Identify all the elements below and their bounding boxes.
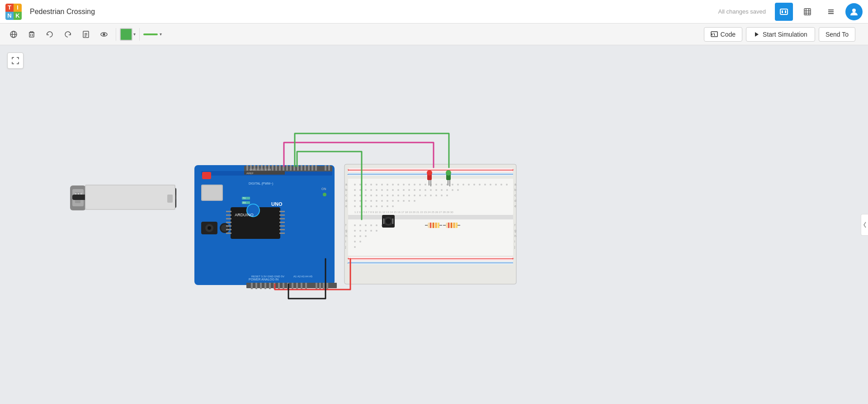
svg-point-234 (376, 200, 377, 202)
component-color-swatch[interactable] (120, 28, 132, 41)
svg-point-168 (381, 184, 383, 185)
save-status: All changes saved (718, 8, 766, 15)
logo-n: N (5, 12, 14, 20)
svg-point-188 (490, 184, 491, 185)
svg-point-263 (359, 235, 361, 237)
component-color-dropdown-arrow[interactable]: ▾ (133, 32, 136, 37)
svg-rect-286 (438, 223, 439, 228)
wire-color-dropdown-arrow[interactable]: ▾ (160, 32, 162, 37)
svg-rect-101 (269, 283, 271, 289)
svg-point-258 (359, 230, 361, 232)
svg-point-206 (430, 189, 432, 191)
svg-rect-275 (429, 180, 429, 185)
component-color-picker[interactable]: ▾ (120, 28, 136, 41)
logo-k: K (14, 12, 22, 20)
svg-point-216 (376, 195, 377, 196)
tinkercad-logo[interactable]: T I N K (5, 4, 22, 20)
undo-btn[interactable] (42, 26, 58, 43)
send-to-btn[interactable]: Send To (819, 27, 855, 42)
svg-rect-61 (279, 214, 285, 216)
visibility-btn[interactable] (96, 26, 112, 43)
svg-rect-88 (308, 165, 310, 171)
svg-rect-99 (260, 283, 262, 289)
svg-rect-104 (283, 283, 284, 289)
svg-point-241 (414, 200, 415, 202)
svg-point-213 (359, 195, 361, 196)
svg-text:-: - (347, 172, 349, 176)
list-view-btn[interactable] (822, 3, 840, 21)
svg-point-207 (435, 189, 437, 191)
svg-point-226 (430, 195, 432, 196)
svg-point-191 (506, 184, 508, 185)
svg-point-264 (365, 235, 367, 237)
svg-rect-82 (286, 165, 288, 171)
svg-rect-290 (451, 223, 452, 228)
svg-text:DIGITAL (PWM~): DIGITAL (PWM~) (249, 182, 273, 185)
wire-color-swatch[interactable] (143, 33, 158, 35)
svg-text:e: e (514, 204, 516, 208)
svg-rect-111 (319, 283, 321, 289)
svg-point-250 (354, 224, 356, 226)
svg-point-252 (365, 224, 367, 226)
svg-text:d: d (345, 199, 347, 202)
svg-rect-87 (304, 165, 306, 171)
svg-point-182 (457, 184, 459, 185)
svg-rect-58 (226, 229, 231, 230)
svg-point-218 (387, 195, 388, 196)
globe-tool-btn[interactable] (5, 26, 22, 43)
svg-point-11 (852, 9, 856, 12)
svg-text:j: j (345, 245, 346, 249)
svg-rect-79 (275, 165, 277, 171)
svg-marker-28 (755, 32, 759, 37)
svg-point-266 (359, 241, 361, 242)
svg-text:c: c (514, 194, 516, 197)
circuit-view-btn[interactable] (775, 3, 793, 21)
svg-point-225 (425, 195, 426, 196)
svg-point-23 (103, 33, 105, 35)
user-avatar[interactable] (845, 3, 863, 20)
code-btn[interactable]: Code (704, 27, 742, 42)
svg-point-175 (419, 184, 421, 185)
svg-point-229 (446, 195, 448, 196)
svg-rect-54 (226, 214, 231, 216)
start-simulation-btn[interactable]: Start Simulation (746, 27, 815, 42)
arduino-board[interactable]: UNO ARDUINO (194, 165, 337, 289)
svg-point-222 (408, 195, 410, 196)
schematic-view-btn[interactable] (798, 3, 816, 21)
svg-point-215 (370, 195, 372, 196)
collapse-sidebar-btn[interactable] (861, 214, 868, 236)
svg-text:e: e (345, 204, 347, 208)
svg-point-242 (354, 205, 356, 207)
svg-rect-53 (226, 211, 231, 212)
svg-point-233 (370, 200, 372, 202)
redo-btn[interactable] (60, 26, 76, 43)
svg-text:a: a (514, 183, 516, 186)
delete-btn[interactable] (24, 26, 40, 43)
svg-rect-0 (780, 9, 788, 14)
circuit-canvas[interactable]: UNO ARDUINO (0, 45, 868, 404)
svg-point-185 (473, 184, 475, 185)
wire-color-picker[interactable]: ▾ (143, 32, 162, 37)
svg-point-251 (359, 224, 361, 226)
svg-point-204 (419, 189, 421, 191)
svg-text:c: c (345, 194, 347, 197)
svg-point-167 (376, 184, 377, 185)
notes-btn[interactable] (78, 26, 94, 43)
svg-text:h: h (345, 234, 347, 238)
svg-text:RESET 3.3V GND GND 5V: RESET 3.3V GND GND 5V (251, 275, 284, 278)
svg-point-184 (468, 184, 470, 185)
svg-point-211 (457, 189, 459, 191)
svg-text:f: f (514, 223, 515, 227)
svg-point-257 (354, 230, 356, 232)
svg-point-244 (365, 205, 367, 207)
svg-rect-97 (251, 283, 253, 289)
svg-text:f: f (345, 223, 346, 227)
svg-point-259 (365, 230, 367, 232)
svg-point-203 (414, 189, 415, 191)
svg-point-230 (354, 200, 356, 202)
svg-point-265 (354, 241, 356, 242)
svg-point-195 (370, 189, 372, 191)
svg-rect-100 (264, 283, 266, 289)
breadboard[interactable]: + + - a b c d e a b c d e 1 2 3 4 5 6 7 … (344, 164, 516, 284)
svg-point-205 (425, 189, 426, 191)
